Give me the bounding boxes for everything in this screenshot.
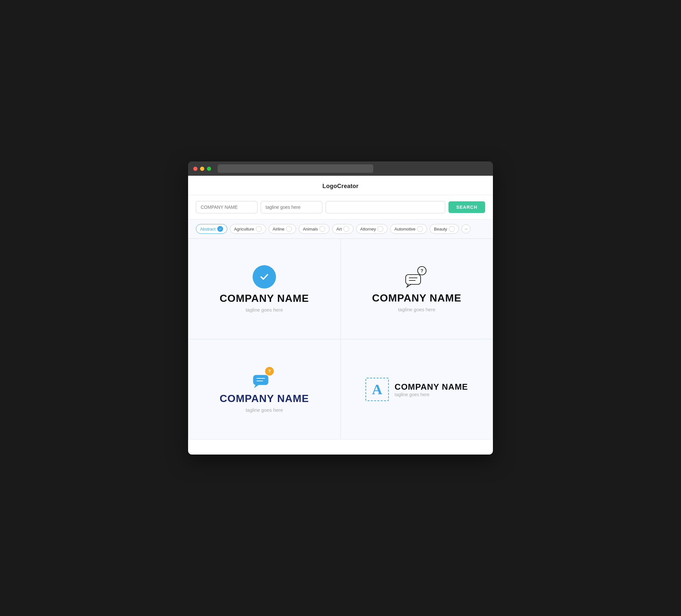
chat-color-icon: ? — [251, 366, 277, 389]
app-title: LogoCreator — [322, 183, 358, 189]
filter-automotive-label: Automotive — [394, 227, 415, 231]
filter-agriculture-check — [256, 226, 262, 232]
logo1-company-name: COMPANY NAME — [220, 292, 309, 304]
logo-content-1: COMPANY NAME tagline goes here — [220, 265, 309, 312]
maximize-button[interactable] — [207, 166, 211, 171]
filter-airline-label: Airline — [273, 227, 284, 231]
app-header: LogoCreator — [188, 176, 493, 195]
filter-art[interactable]: Art — [332, 224, 353, 234]
filter-automotive[interactable]: Automotive — [390, 224, 427, 234]
logo-card-4[interactable]: A COMPANY NAME tagline goes here — [340, 339, 493, 440]
logo-card-1[interactable]: COMPANY NAME tagline goes here — [188, 239, 340, 339]
filter-animals-label: Animals — [303, 227, 318, 231]
filter-airline[interactable]: Airline — [269, 224, 296, 234]
filter-beauty-check — [449, 226, 455, 232]
letter-a-logo-wrapper: A COMPANY NAME tagline goes here — [365, 378, 468, 401]
filter-agriculture-label: Agriculture — [234, 227, 254, 231]
filter-attorney-check — [377, 226, 383, 232]
blue-check-icon — [253, 265, 276, 288]
svg-rect-7 — [253, 375, 268, 385]
logo1-tagline: tagline goes here — [246, 307, 283, 312]
close-button[interactable] — [193, 166, 198, 171]
filter-abstract-label: Abstract — [200, 227, 216, 231]
app-content: LogoCreator SEARCH Abstract ✓ Agricultur… — [188, 176, 493, 455]
search-bar: SEARCH — [188, 195, 493, 220]
letter-a-text-block: COMPANY NAME tagline goes here — [395, 382, 468, 397]
svg-text:?: ? — [421, 268, 424, 273]
logo3-company-name: COMPANY NAME — [220, 393, 309, 405]
filter-bar: Abstract ✓ Agriculture Airline Animals A… — [188, 220, 493, 239]
svg-text:?: ? — [268, 369, 271, 374]
filter-next-button[interactable]: → — [461, 224, 471, 233]
filter-art-label: Art — [336, 227, 342, 231]
keyword-input[interactable] — [326, 201, 445, 213]
logo4-company-name: COMPANY NAME — [395, 382, 468, 392]
filter-animals[interactable]: Animals — [299, 224, 329, 234]
browser-titlebar — [188, 161, 493, 176]
logo-grid: COMPANY NAME tagline goes here ? — [188, 239, 493, 440]
search-button[interactable]: SEARCH — [449, 201, 485, 213]
tagline-input[interactable] — [261, 201, 322, 213]
filter-art-check — [344, 226, 349, 232]
filter-attorney[interactable]: Attorney — [356, 224, 387, 234]
logo-content-4: A COMPANY NAME tagline goes here — [365, 378, 468, 401]
filter-airline-check — [286, 226, 292, 232]
filter-attorney-label: Attorney — [360, 227, 376, 231]
filter-animals-check — [320, 226, 325, 232]
address-bar[interactable] — [218, 164, 373, 173]
logo-content-2: ? COMPANY NAME tagline goes here — [372, 265, 461, 312]
logo3-tagline: tagline goes here — [246, 407, 283, 413]
logo-card-2[interactable]: ? COMPANY NAME tagline goes here — [340, 239, 493, 339]
letter-a-icon: A — [365, 378, 389, 401]
filter-abstract-check: ✓ — [217, 226, 223, 232]
company-name-input[interactable] — [196, 201, 257, 213]
filter-agriculture[interactable]: Agriculture — [230, 224, 266, 234]
filter-beauty[interactable]: Beauty — [430, 224, 458, 234]
chat-mono-icon: ? — [404, 265, 430, 288]
logo-content-3: ? COMPANY NAME tagline goes here — [220, 366, 309, 413]
filter-beauty-label: Beauty — [434, 227, 447, 231]
filter-abstract[interactable]: Abstract ✓ — [196, 224, 227, 234]
minimize-button[interactable] — [200, 166, 204, 171]
browser-window: LogoCreator SEARCH Abstract ✓ Agricultur… — [188, 161, 493, 455]
logo2-tagline: tagline goes here — [398, 307, 435, 312]
logo-card-3[interactable]: ? COMPANY NAME tagline goes here — [188, 339, 340, 440]
filter-automotive-check — [417, 226, 423, 232]
logo2-company-name: COMPANY NAME — [372, 292, 461, 304]
logo4-tagline: tagline goes here — [395, 392, 468, 397]
svg-rect-2 — [406, 275, 421, 284]
